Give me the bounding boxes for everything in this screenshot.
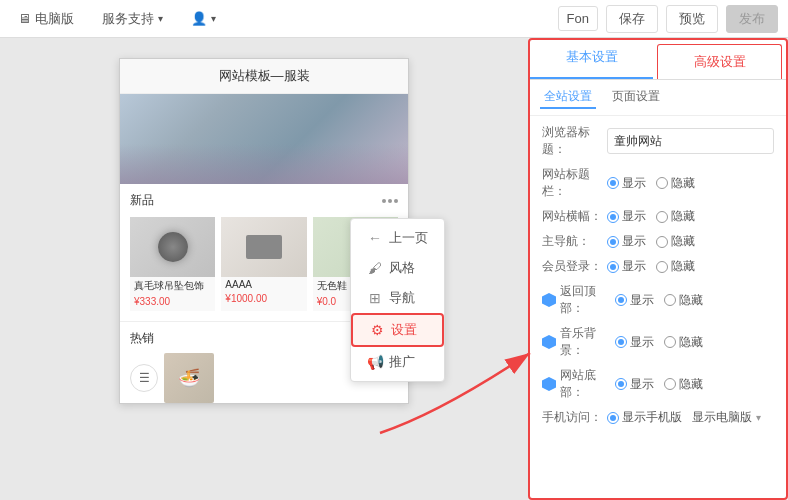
music-show-dot xyxy=(615,336,627,348)
tab-basic-settings[interactable]: 基本设置 xyxy=(530,40,653,79)
banner-show-dot xyxy=(607,211,619,223)
sub-tab-page-settings[interactable]: 页面设置 xyxy=(608,86,664,109)
service-button[interactable]: 服务支持 ▾ xyxy=(94,6,171,32)
style-icon: 🖌 xyxy=(367,260,383,276)
panel-sub-tabs: 全站设置 页面设置 xyxy=(530,80,786,116)
back-to-top-hide[interactable]: 隐藏 xyxy=(664,292,703,309)
footer-show[interactable]: 显示 xyxy=(615,376,654,393)
main-nav-hide[interactable]: 隐藏 xyxy=(656,233,695,250)
banner-hide[interactable]: 隐藏 xyxy=(656,208,695,225)
music-hide[interactable]: 隐藏 xyxy=(664,334,703,351)
font-label: Fon xyxy=(558,6,598,31)
panel-content: 浏览器标题： 网站标题栏： 显示 隐藏 xyxy=(530,116,786,498)
preview-title: 网站模板—服装 xyxy=(120,59,408,94)
main-nav-hide-dot xyxy=(656,236,668,248)
back-to-top-label-wrap: 返回顶部： xyxy=(542,283,615,317)
desktop-label: 电脑版 xyxy=(35,10,74,28)
product-name-1: 真毛球吊坠包饰 xyxy=(130,277,215,295)
back-icon: ← xyxy=(367,230,383,246)
browser-title-input[interactable] xyxy=(607,128,774,154)
main-nav-label: 主导航： xyxy=(542,233,607,250)
chevron-down-icon2: ▾ xyxy=(211,13,216,24)
footer-label-wrap: 网站底部： xyxy=(542,367,615,401)
music-show[interactable]: 显示 xyxy=(615,334,654,351)
settings-icon: ⚙ xyxy=(369,322,385,338)
side-menu-style[interactable]: 🖌 风格 xyxy=(351,253,444,283)
back-to-top-show[interactable]: 显示 xyxy=(615,292,654,309)
setting-main-nav: 主导航： 显示 隐藏 xyxy=(542,233,774,250)
site-title-bar-hide[interactable]: 隐藏 xyxy=(656,175,695,192)
member-login-show[interactable]: 显示 xyxy=(607,258,646,275)
desktop-mode-button[interactable]: 🖥 电脑版 xyxy=(10,6,82,32)
side-menu-style-label: 风格 xyxy=(389,259,415,277)
footer-hide[interactable]: 隐藏 xyxy=(664,376,703,393)
footer-hide-dot xyxy=(664,378,676,390)
side-menu-back[interactable]: ← 上一页 xyxy=(351,223,444,253)
new-products-section: 新品 xyxy=(120,184,408,213)
more-dots[interactable] xyxy=(382,199,398,203)
side-menu-settings[interactable]: ⚙ 设置 xyxy=(351,313,444,347)
main-nav-show[interactable]: 显示 xyxy=(607,233,646,250)
nav-icon: ⊞ xyxy=(367,290,383,306)
setting-music: 音乐背景： 显示 隐藏 xyxy=(542,325,774,359)
publish-button[interactable]: 发布 xyxy=(726,5,778,33)
radio-hide-dot xyxy=(656,177,668,189)
footer-show-dot xyxy=(615,378,627,390)
sub-tab-site-settings[interactable]: 全站设置 xyxy=(540,86,596,109)
product-item-2[interactable]: AAAA ¥1000.00 xyxy=(221,217,306,311)
dropdown-arrow-icon: ▾ xyxy=(756,412,761,423)
product-image-1 xyxy=(130,217,215,277)
setting-site-title-bar: 网站标题栏： 显示 隐藏 xyxy=(542,166,774,200)
member-login-radios: 显示 隐藏 xyxy=(607,258,695,275)
member-login-hide[interactable]: 隐藏 xyxy=(656,258,695,275)
music-label-wrap: 音乐背景： xyxy=(542,325,615,359)
banner-radios: 显示 隐藏 xyxy=(607,208,695,225)
dot2 xyxy=(388,199,392,203)
save-button[interactable]: 保存 xyxy=(606,5,658,33)
side-menu-nav-label: 导航 xyxy=(389,289,415,307)
side-menu-settings-label: 设置 xyxy=(391,321,417,339)
preview-button[interactable]: 预览 xyxy=(666,5,718,33)
mobile-access-desktop-dropdown[interactable]: 显示电脑版 ▾ xyxy=(692,409,761,426)
shield-icon-3 xyxy=(542,377,556,391)
product-price-1: ¥333.00 xyxy=(130,295,215,311)
toolbar-right: Fon 保存 预览 发布 xyxy=(558,5,778,33)
toolbar: 🖥 电脑版 服务支持 ▾ 👤 ▾ Fon 保存 预览 发布 xyxy=(0,0,788,38)
preview-hero-image xyxy=(120,94,408,184)
main-nav-show-dot xyxy=(607,236,619,248)
product-item-1[interactable]: 真毛球吊坠包饰 ¥333.00 xyxy=(130,217,215,311)
product-price-2: ¥1000.00 xyxy=(221,292,306,308)
fur-ball-image xyxy=(158,232,188,262)
setting-back-to-top: 返回顶部： 显示 隐藏 xyxy=(542,283,774,317)
panel-tabs: 基本设置 高级设置 xyxy=(530,40,786,80)
radio-show-dot xyxy=(607,177,619,189)
banner-show[interactable]: 显示 xyxy=(607,208,646,225)
back-to-top-show-dot xyxy=(615,294,627,306)
music-hide-dot xyxy=(664,336,676,348)
site-title-bar-show[interactable]: 显示 xyxy=(607,175,646,192)
dot1 xyxy=(382,199,386,203)
user-button[interactable]: 👤 ▾ xyxy=(183,7,224,30)
preview-area: 网站模板—服装 新品 真毛球吊坠包饰 ¥333. xyxy=(0,38,528,500)
toolbar-left: 🖥 电脑版 服务支持 ▾ 👤 ▾ xyxy=(10,6,550,32)
mobile-access-mobile[interactable]: 显示手机版 xyxy=(607,409,682,426)
browser-title-label: 浏览器标题： xyxy=(542,124,607,158)
member-login-hide-dot xyxy=(656,261,668,273)
site-title-bar-radios: 显示 隐藏 xyxy=(607,175,695,192)
product-name-2: AAAA xyxy=(221,277,306,292)
music-label: 音乐背景： xyxy=(560,325,615,359)
setting-mobile-access: 手机访问： 显示手机版 显示电脑版 ▾ xyxy=(542,409,774,426)
user-icon: 👤 xyxy=(191,11,207,26)
shield-icon-2 xyxy=(542,335,556,349)
setting-banner: 网站横幅： 显示 隐藏 xyxy=(542,208,774,225)
side-menu-nav[interactable]: ⊞ 导航 xyxy=(351,283,444,313)
back-to-top-label: 返回顶部： xyxy=(560,283,615,317)
service-label: 服务支持 xyxy=(102,10,154,28)
back-to-top-radios: 显示 隐藏 xyxy=(615,292,703,309)
menu-icon: ☰ xyxy=(130,364,158,392)
side-menu-promote[interactable]: 📢 推广 xyxy=(351,347,444,377)
promote-icon: 📢 xyxy=(367,354,383,370)
tab-advanced-settings[interactable]: 高级设置 xyxy=(657,44,782,79)
banner-label: 网站横幅： xyxy=(542,208,607,225)
member-login-label: 会员登录： xyxy=(542,258,607,275)
